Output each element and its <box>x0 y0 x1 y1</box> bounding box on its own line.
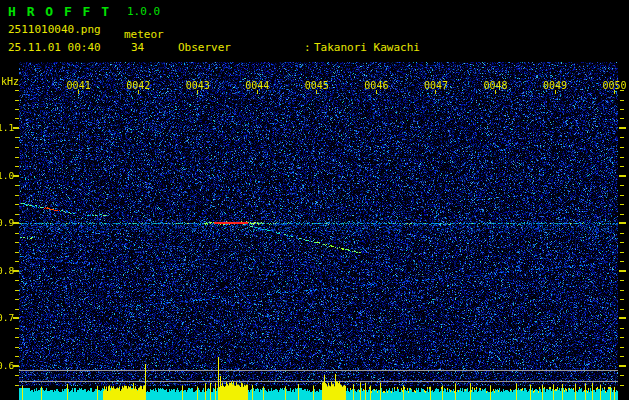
info-value: Takanori Kawachi <box>314 42 420 54</box>
app-title: H R O F F T <box>8 4 111 19</box>
spectrogram-canvas <box>0 60 629 400</box>
observation-datetime: 25.11.01 00:40 <box>8 41 101 54</box>
hrofft-window: H R O F F T 1.0.0 2511010040.png meteor … <box>0 0 629 400</box>
info-row-observer: Observer : Takanori Kawachi <box>178 42 552 54</box>
info-colon: : <box>304 42 314 54</box>
output-filename: 2511010040.png <box>8 23 101 36</box>
echo-count: 34 <box>131 41 144 54</box>
info-label: Observer <box>178 42 304 54</box>
mode-label: meteor <box>124 28 164 41</box>
app-version: 1.0.0 <box>127 5 160 18</box>
